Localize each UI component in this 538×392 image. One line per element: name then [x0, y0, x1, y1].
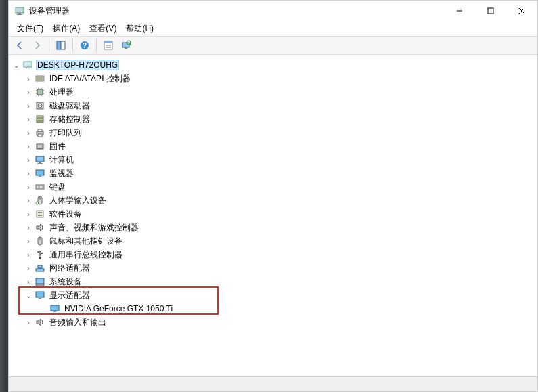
left-edge-strip [0, 0, 8, 392]
disk-icon [35, 100, 45, 111]
tree-category-audio[interactable]: › 音频输入和输出 [12, 315, 537, 329]
expand-toggle[interactable]: › [24, 319, 33, 326]
tree-category[interactable]: ›通用串行总线控制器 [12, 248, 537, 261]
tree-root-label: DESKTOP-H72OUHG [36, 60, 119, 70]
tree-category[interactable]: ›键盘 [12, 180, 537, 194]
svg-rect-44 [38, 145, 42, 148]
expand-toggle[interactable]: › [24, 89, 33, 96]
tree-category-label: 键盘 [48, 181, 67, 194]
printer-icon [35, 127, 45, 138]
forward-button[interactable] [29, 37, 45, 53]
svg-rect-46 [39, 162, 41, 163]
svg-rect-2 [17, 14, 22, 15]
tree-device-gpu[interactable]: NVIDIA GeForce GTX 1050 Ti [12, 302, 537, 315]
expand-toggle[interactable]: › [24, 211, 33, 218]
show-hide-tree-button[interactable] [53, 37, 69, 53]
tree-category[interactable]: ›监视器 [12, 167, 537, 180]
expand-toggle[interactable]: › [24, 224, 33, 232]
properties-button[interactable] [100, 37, 116, 53]
expand-toggle[interactable]: › [24, 129, 33, 137]
window-controls [444, 1, 537, 21]
tree-category-display[interactable]: ⌄ 显示适配器 [12, 288, 537, 302]
expand-toggle[interactable]: › [24, 102, 33, 110]
toolbar-separator [72, 39, 73, 52]
svg-rect-59 [38, 215, 42, 216]
tree-category-label: 显示适配器 [48, 289, 91, 302]
network-icon [35, 263, 45, 274]
tree-category[interactable]: ›IDE ATA/ATAPI 控制器 [12, 72, 537, 85]
keyboard-icon [35, 181, 45, 192]
expand-toggle[interactable]: ⌄ [24, 292, 33, 299]
maximize-button[interactable] [475, 1, 506, 21]
tree-category[interactable]: ›网络适配器 [12, 261, 537, 275]
system-icon [35, 276, 45, 287]
expand-toggle[interactable]: › [24, 170, 33, 177]
toolbar-separator [96, 39, 97, 52]
svg-rect-50 [36, 185, 44, 189]
menu-view[interactable]: 查看(V) [85, 22, 120, 36]
window-title: 设备管理器 [29, 5, 444, 17]
svg-rect-72 [39, 298, 41, 299]
minimize-button[interactable] [444, 1, 475, 21]
title-bar[interactable]: 设备管理器 [9, 1, 537, 21]
tree-category-label: 人体学输入设备 [48, 194, 108, 207]
expand-toggle[interactable]: › [24, 75, 33, 83]
expand-toggle[interactable]: › [24, 265, 33, 272]
svg-rect-42 [38, 134, 42, 137]
tree-category-label: IDE ATA/ATAPI 控制器 [48, 72, 132, 85]
computer-icon [35, 154, 45, 165]
scan-hardware-button[interactable] [118, 37, 134, 53]
svg-point-62 [39, 257, 41, 259]
svg-rect-19 [24, 62, 32, 67]
tree-category[interactable]: ›计算机 [12, 153, 537, 167]
close-button[interactable] [506, 1, 537, 21]
menu-file[interactable]: 文件(F) [13, 22, 47, 36]
device-manager-window: 设备管理器 文件(F) 操作(A) 查看(V) 帮助(H) ? ⌄ DESKTO… [8, 0, 538, 392]
tree-category-label: 网络适配器 [48, 262, 91, 275]
svg-rect-1 [18, 13, 21, 14]
tree-category[interactable]: ›磁盘驱动器 [12, 99, 537, 112]
svg-rect-69 [36, 278, 44, 284]
svg-rect-4 [488, 8, 493, 14]
back-button[interactable] [12, 37, 28, 53]
tree-category[interactable]: ›存储控制器 [12, 112, 537, 126]
expand-toggle[interactable]: › [24, 116, 33, 123]
tree-category[interactable]: ›固件 [12, 139, 537, 153]
expand-toggle[interactable]: ⌄ [12, 62, 21, 69]
tree-category[interactable]: ›鼠标和其他指针设备 [12, 234, 537, 248]
expand-toggle[interactable]: › [24, 278, 33, 286]
svg-rect-66 [36, 269, 44, 271]
expand-toggle[interactable]: › [24, 143, 33, 150]
svg-point-64 [37, 251, 39, 253]
tree-category-label: 软件设备 [48, 208, 83, 221]
expand-toggle[interactable]: › [24, 197, 33, 204]
tree-root[interactable]: ⌄ DESKTOP-H72OUHG [12, 58, 537, 72]
device-tree[interactable]: ⌄ DESKTOP-H72OUHG ›IDE ATA/ATAPI 控制器›处理器… [9, 55, 537, 376]
svg-rect-25 [37, 89, 43, 95]
menu-bar: 文件(F) 操作(A) 查看(V) 帮助(H) [9, 21, 537, 36]
tree-category[interactable]: ›声音、视频和游戏控制器 [12, 221, 537, 234]
help-button[interactable]: ? [76, 37, 93, 53]
menu-action[interactable]: 操作(A) [49, 22, 84, 36]
svg-rect-67 [38, 265, 42, 268]
expand-toggle[interactable]: › [24, 156, 33, 164]
tree-category[interactable]: ›处理器 [12, 85, 537, 99]
expand-toggle[interactable]: › [24, 251, 33, 259]
mouse-icon [35, 236, 45, 246]
tree-category[interactable]: ›打印队列 [12, 126, 537, 139]
svg-rect-12 [104, 41, 112, 43]
svg-rect-65 [41, 253, 43, 254]
display-icon [49, 303, 60, 314]
expand-toggle[interactable]: › [24, 238, 33, 245]
computer-icon [22, 60, 33, 70]
svg-rect-74 [53, 311, 56, 312]
menu-help[interactable]: 帮助(H) [122, 22, 158, 36]
tree-category[interactable]: ›系统设备 [12, 275, 537, 288]
svg-rect-70 [36, 284, 44, 286]
svg-rect-16 [125, 47, 127, 49]
tree-category[interactable]: ›软件设备 [12, 207, 537, 221]
tree-category-label: 系统设备 [48, 276, 83, 288]
expand-toggle[interactable]: › [24, 183, 33, 191]
tree-category-label: 打印队列 [48, 127, 83, 139]
tree-category[interactable]: ›人体学输入设备 [12, 194, 537, 207]
